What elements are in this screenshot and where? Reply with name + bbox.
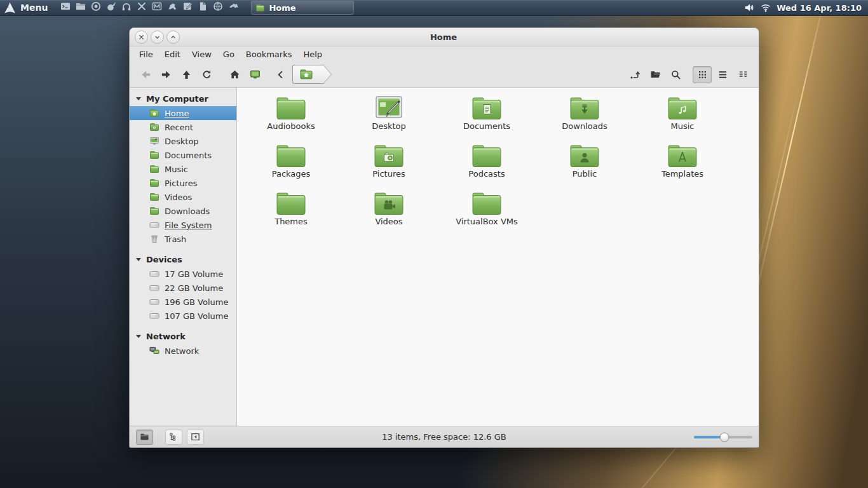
sidebar-item-recent[interactable]: Recent: [130, 120, 236, 134]
tray-volume[interactable]: [743, 3, 754, 13]
window-control-chevron-up[interactable]: [166, 30, 180, 44]
launcher-m-window[interactable]: [149, 1, 165, 14]
paintbrush-icon: [106, 1, 116, 14]
sidebar-item-label: Network: [165, 346, 199, 356]
sidebar-item-videos[interactable]: Videos: [130, 190, 236, 204]
statusbar-button-hide-sidebar[interactable]: [187, 430, 204, 445]
sidebar-header-my-computer[interactable]: My Computer: [130, 92, 236, 106]
folder-large-icon: [471, 143, 502, 168]
menu-view[interactable]: View: [186, 48, 217, 60]
launcher-headphones[interactable]: [119, 1, 134, 14]
places-sidebar: My Computer Home Recent: [130, 88, 237, 426]
sidebar-item-107-gb-volume[interactable]: 107 GB Volume: [130, 309, 236, 323]
file-packages[interactable]: Packages: [242, 143, 340, 191]
network-small-icon: [149, 346, 159, 356]
zoom-slider-handle[interactable]: [719, 432, 729, 442]
sidebar-item-file-system[interactable]: File System: [130, 218, 236, 232]
file-virtualbox-vms[interactable]: VirtualBox VMs: [438, 191, 536, 238]
sidebar-item-trash[interactable]: Trash: [130, 232, 236, 246]
sidebar-list: Network: [130, 344, 236, 358]
sidebar-item-documents[interactable]: Documents: [130, 148, 236, 162]
sidebar-item-downloads[interactable]: Downloads: [130, 204, 236, 218]
file-themes[interactable]: Themes: [242, 191, 340, 238]
launcher-sewing-tool[interactable]: [165, 1, 180, 14]
toolbar-button-open-folder[interactable]: [646, 66, 665, 83]
applications-menu-button[interactable]: Menu: [20, 3, 48, 13]
file-public[interactable]: Public: [536, 143, 634, 191]
menu-help[interactable]: Help: [297, 48, 328, 60]
launcher-terminal[interactable]: [58, 1, 73, 14]
launcher-file-manager[interactable]: [73, 1, 88, 14]
sewing-tool-icon: [167, 1, 177, 14]
folder-large-icon: [569, 143, 600, 168]
sidebar-item-22-gb-volume[interactable]: 22 GB Volume: [130, 281, 236, 295]
breadcrumb-scroll-left-button[interactable]: [271, 66, 290, 83]
toolbar-button-desktop-screen[interactable]: [245, 66, 264, 83]
toolbar-button-search[interactable]: [666, 66, 685, 83]
zoom-slider[interactable]: [694, 426, 752, 447]
menu-edit[interactable]: Edit: [159, 48, 186, 60]
sidebar-item-label: 196 GB Volume: [165, 297, 228, 307]
arch-icon[interactable]: [4, 2, 16, 14]
toolbar-button-view-grid[interactable]: [693, 66, 712, 83]
sidebar-section-network: Network Network: [130, 329, 236, 358]
file-downloads[interactable]: Downloads: [536, 95, 634, 143]
toolbar-button-view-compact[interactable]: [733, 66, 752, 83]
folder-large-icon: [276, 143, 306, 168]
toolbar-button-back[interactable]: [136, 66, 155, 83]
breadcrumb-home-button[interactable]: [292, 65, 332, 84]
sidebar-item-network[interactable]: Network: [130, 344, 236, 358]
statusbar-button-treeview[interactable]: [165, 430, 182, 445]
sidebar-item-17-gb-volume[interactable]: 17 GB Volume: [130, 267, 236, 281]
toolbar-button-view-list[interactable]: [713, 66, 732, 83]
statusbar-button-places[interactable]: [136, 430, 153, 445]
file-templates[interactable]: Templates: [634, 143, 731, 191]
file-icon: [471, 95, 502, 121]
file-view[interactable]: Audiobooks Desktop: [237, 88, 759, 426]
menu-bookmarks[interactable]: Bookmarks: [240, 48, 298, 60]
tray-wifi[interactable]: [760, 3, 771, 13]
menu-file[interactable]: File: [133, 48, 159, 60]
zoom-slider-track[interactable]: [694, 436, 752, 438]
launcher-web-browser[interactable]: [88, 1, 104, 14]
launcher-faucet[interactable]: [226, 1, 241, 14]
file-pictures[interactable]: Pictures: [340, 143, 438, 191]
sidebar-item-music[interactable]: Music: [130, 162, 236, 176]
file-videos[interactable]: Videos: [340, 191, 438, 238]
toolbar-button-home[interactable]: [225, 66, 244, 83]
sidebar-header-devices[interactable]: Devices: [130, 252, 236, 267]
titlebar[interactable]: Home: [130, 28, 759, 46]
file-documents[interactable]: Documents: [438, 95, 536, 143]
file-label: Packages: [272, 169, 311, 179]
sidebar-item-home[interactable]: Home: [130, 106, 236, 120]
file-label: Desktop: [372, 121, 406, 131]
menu-go[interactable]: Go: [217, 48, 240, 60]
clock[interactable]: Wed 16 Apr, 18:10: [776, 3, 862, 13]
launcher-globe[interactable]: [210, 1, 226, 14]
toolbar-button-location-edit[interactable]: [625, 66, 644, 83]
sidebar-item-pictures[interactable]: Pictures: [130, 176, 236, 190]
action-button-group: [625, 66, 685, 83]
file-desktop[interactable]: Desktop: [340, 95, 438, 143]
folder-large-icon: [471, 95, 502, 121]
window-control-chevron-down[interactable]: [151, 30, 164, 44]
chevron-left-icon: [275, 69, 286, 80]
window-control-close[interactable]: [135, 30, 148, 44]
sidebar-item-196-gb-volume[interactable]: 196 GB Volume: [130, 295, 236, 309]
launcher-text-editor[interactable]: [180, 1, 195, 14]
file-podcasts[interactable]: Podcasts: [438, 143, 536, 191]
sidebar-item-desktop[interactable]: Desktop: [130, 134, 236, 148]
launcher-paintbrush[interactable]: [104, 1, 119, 14]
toolbar-button-up[interactable]: [177, 66, 196, 83]
breadcrumb-face: [293, 65, 331, 83]
toolbar-button-refresh[interactable]: [197, 66, 216, 83]
sidebar-item-label: Downloads: [165, 207, 210, 216]
launcher-crossed-tools[interactable]: [134, 1, 149, 14]
launcher-document[interactable]: [195, 1, 210, 14]
file-audiobooks[interactable]: Audiobooks: [242, 95, 340, 143]
taskbar-window-button[interactable]: Home: [251, 1, 354, 15]
sidebar-header-network[interactable]: Network: [130, 329, 236, 344]
file-music[interactable]: Music: [634, 95, 731, 143]
sidebar-list: Home Recent Desktop: [130, 106, 236, 246]
toolbar-button-forward[interactable]: [156, 66, 175, 83]
